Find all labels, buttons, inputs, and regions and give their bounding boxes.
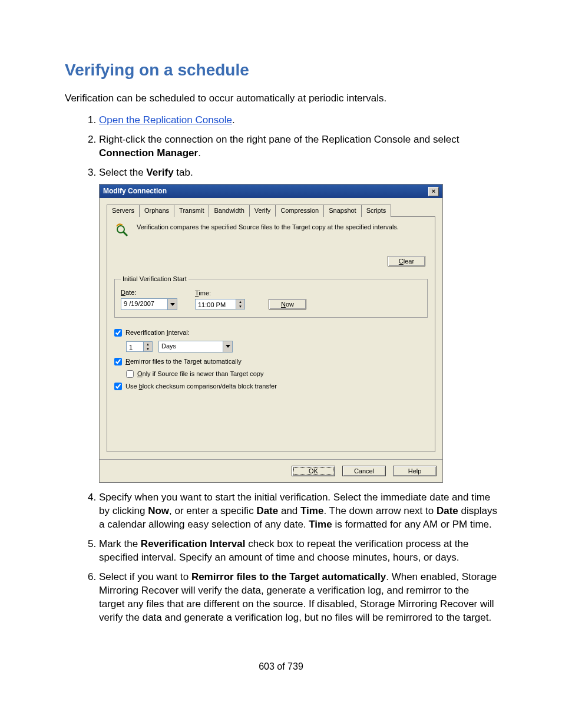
s4b1: Now (148, 505, 169, 516)
s4b4: Date (437, 505, 458, 516)
group-legend: Initial Verification Start (121, 275, 189, 284)
modify-connection-dialog: Modify Connection × Servers Orphans Tran… (99, 184, 443, 483)
initial-verification-start-group: Initial Verification Start Date: 9 /19/2… (114, 275, 428, 318)
tab-orphans[interactable]: Orphans (139, 205, 174, 217)
steps-list: Open the Replication Console. Right-clic… (65, 114, 497, 625)
remirror-label: Remirror files to the Target automatical… (125, 357, 242, 366)
tab-transmit[interactable]: Transmit (174, 205, 209, 217)
interval-value[interactable]: 1 (126, 341, 144, 352)
clear-button[interactable]: Clear (388, 256, 425, 267)
time-label: Time: (195, 289, 245, 298)
close-icon[interactable]: × (428, 187, 439, 196)
step-6: Select if you want to Remirror files to … (99, 571, 497, 625)
dialog-titlebar: Modify Connection × (100, 185, 442, 197)
now-button[interactable]: Now (269, 299, 306, 310)
cancel-button[interactable]: Cancel (342, 466, 386, 477)
time-spinner[interactable]: ▲▼ (236, 299, 245, 309)
s5b1: Reverification Interval (141, 538, 246, 549)
step2-text-a: Right-click the connection on the right … (99, 134, 459, 145)
tab-content: Verification compares the specified Sour… (107, 217, 435, 452)
s4c: and (278, 505, 300, 516)
tab-servers[interactable]: Servers (107, 205, 140, 217)
interval-unit-combo[interactable]: Days (158, 341, 233, 353)
intro-text: Verification can be scheduled to occur a… (65, 92, 497, 106)
only-if-newer-checkbox-input[interactable] (126, 370, 134, 378)
tab-strip: Servers Orphans Transmit Bandwidth Verif… (107, 204, 435, 217)
s4f: is formatted for any AM or PM time. (332, 519, 492, 530)
step-4: Specify when you want to start the initi… (99, 491, 497, 532)
step-2: Right-click the connection on the right … (99, 133, 497, 160)
checksum-checkbox-input[interactable] (114, 383, 122, 390)
tab-scripts[interactable]: Scripts (361, 205, 392, 217)
dialog-title: Modify Connection (103, 186, 167, 196)
tab-description: Verification compares the specified Sour… (137, 223, 399, 231)
s4b2: Date (256, 505, 278, 516)
remirror-checkbox-input[interactable] (114, 358, 122, 365)
step3-text-c: tab. (174, 167, 193, 178)
checksum-label: Use block checksum comparison/delta bloc… (125, 382, 277, 391)
only-if-newer-checkbox[interactable]: Only if Source file is newer than Target… (126, 370, 428, 378)
time-value[interactable]: 11:00 PM (195, 299, 236, 309)
time-input[interactable]: 11:00 PM ▲▼ (195, 299, 245, 309)
checksum-checkbox[interactable]: Use block checksum comparison/delta bloc… (114, 382, 428, 391)
step2-text-c: . (198, 147, 201, 159)
ok-button[interactable]: OK (292, 466, 335, 477)
s4b3: Time (300, 505, 323, 516)
reverification-interval-checkbox[interactable]: Reverification Interval: (114, 328, 428, 337)
interval-unit-value: Days (159, 341, 223, 352)
tab-verify[interactable]: Verify (249, 205, 276, 217)
date-label: Date: (121, 288, 177, 297)
step3-text-a: Select the (99, 167, 146, 178)
s6b1: Remirror files to the Target automatical… (191, 571, 386, 582)
reverification-checkbox-input[interactable] (114, 329, 122, 337)
step2-bold: Connection Manager (99, 147, 198, 159)
s5a: Mark the (99, 538, 141, 549)
s4d: . The down arrow next to (323, 505, 437, 516)
open-replication-console-link[interactable]: Open the Replication Console (99, 114, 232, 126)
step-5: Mark the Reverification Interval check b… (99, 538, 497, 565)
step-1: Open the Replication Console. (99, 114, 497, 127)
tab-compression[interactable]: Compression (275, 205, 324, 217)
tab-bandwidth[interactable]: Bandwidth (209, 205, 249, 217)
step1-suffix: . (232, 114, 235, 126)
only-if-newer-label: Only if Source file is newer than Target… (137, 370, 263, 378)
help-button[interactable]: Help (393, 466, 437, 477)
date-input[interactable]: 9 /19/2007 (121, 298, 177, 310)
chevron-down-icon[interactable] (167, 299, 177, 309)
step-3: Select the Verify tab. Modify Connection… (99, 166, 497, 483)
chevron-down-icon[interactable] (223, 341, 232, 352)
step3-bold: Verify (146, 167, 173, 178)
date-value: 9 /19/2007 (121, 299, 167, 309)
tab-snapshot[interactable]: Snapshot (323, 205, 361, 217)
dialog-footer: OK Cancel Help (100, 459, 442, 483)
svg-line-1 (123, 232, 127, 236)
interval-value-input[interactable]: 1 ▲▼ (126, 341, 153, 352)
interval-spinner[interactable]: ▲▼ (144, 341, 153, 352)
page-heading: Verifying on a schedule (65, 59, 497, 81)
remirror-checkbox[interactable]: Remirror files to the Target automatical… (114, 357, 428, 366)
s6a: Select if you want to (99, 571, 191, 582)
s4b: , or enter a specific (169, 505, 256, 516)
s4b5: Time (309, 519, 332, 530)
verify-icon (114, 223, 131, 239)
page-number: 603 of 739 (65, 660, 497, 673)
reverification-label: Reverification Interval: (125, 328, 190, 337)
